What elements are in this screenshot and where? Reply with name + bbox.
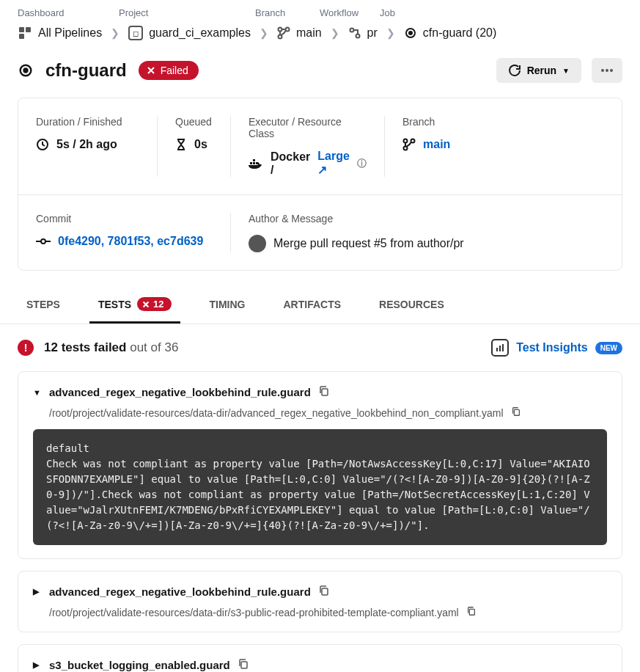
tab-steps[interactable]: STEPS [18, 288, 69, 324]
copy-icon[interactable] [466, 606, 477, 618]
rerun-button[interactable]: Rerun ▼ [496, 58, 581, 83]
commit-link[interactable]: 0fe4290, 7801f53, ec7d639 [58, 235, 203, 248]
branch-link[interactable]: main [423, 138, 450, 151]
tab-timing[interactable]: TIMING [201, 288, 254, 324]
job-icon [18, 62, 34, 78]
docker-icon [249, 158, 263, 169]
svg-point-13 [606, 69, 608, 72]
author-label: Author & Message [249, 213, 604, 224]
more-button[interactable] [592, 58, 622, 83]
svg-point-23 [41, 239, 45, 244]
test-item: ▼ advanced_regex_negative_lookbehind_rul… [18, 371, 622, 559]
info-icon[interactable]: ⓘ [357, 157, 367, 170]
dots-icon [600, 69, 614, 72]
tests-summary: ! 12 tests failed out of 36 Test Insight… [0, 324, 640, 371]
commit-label: Commit [36, 213, 213, 224]
test-item: ▶ advanced_regex_negative_lookbehind_rul… [18, 571, 622, 632]
crumb-dashboard[interactable]: All Pipelines [18, 26, 102, 40]
crumb-project-label: guard_ci_examples [149, 26, 251, 40]
crumb-workflow[interactable]: pr [348, 26, 378, 40]
queued-label: Queued [175, 116, 213, 128]
copy-icon[interactable] [318, 585, 330, 599]
svg-point-9 [409, 32, 412, 34]
svg-point-11 [24, 69, 28, 73]
test-output: default Check was not compliant as prope… [33, 429, 607, 545]
duration-label: Duration / Finished [36, 116, 139, 128]
test-path: /root/project/validate-resources/data-di… [49, 407, 504, 419]
pipelines-icon [18, 26, 32, 40]
test-name: s3_bucket_logging_enabled.guard [49, 659, 230, 671]
svg-rect-29 [322, 588, 328, 595]
refresh-icon [508, 64, 521, 77]
test-name: advanced_regex_negative_lookbehind_rule.… [49, 386, 311, 398]
svg-point-22 [411, 139, 415, 143]
crumb-branch[interactable]: main [277, 26, 322, 40]
svg-point-4 [278, 35, 282, 39]
branch-icon [277, 26, 290, 40]
svg-rect-18 [256, 162, 258, 164]
branch-label: Branch [402, 116, 604, 128]
svg-point-14 [610, 69, 613, 72]
crumb-branch-label: main [296, 26, 322, 40]
crumb-dashboard-label: All Pipelines [38, 26, 102, 40]
svg-rect-28 [514, 409, 519, 415]
svg-rect-0 [19, 27, 24, 32]
duration-value: 5s / 2h ago [36, 138, 139, 151]
test-item: ▶ s3_bucket_logging_enabled.guard /root/… [18, 644, 622, 672]
svg-rect-24 [496, 348, 498, 351]
test-toggle[interactable]: ▼ advanced_regex_negative_lookbehind_rul… [33, 385, 607, 399]
svg-rect-30 [469, 609, 474, 615]
tab-resources[interactable]: RESOURCES [370, 288, 453, 324]
error-icon: ! [18, 340, 34, 356]
job-meta-card: Duration / Finished 5s / 2h ago Queued 0… [18, 98, 622, 271]
svg-point-3 [278, 28, 282, 32]
crumb-job[interactable]: cfn-guard (20) [404, 26, 497, 40]
crumb-project[interactable]: ◻ guard_ci_examples [128, 26, 251, 40]
workflow-icon [348, 26, 361, 40]
caret-right-icon: ▶ [33, 660, 42, 670]
executor-value: Docker / Large ↗ ⓘ [249, 150, 367, 177]
author-value: Merge pull request #5 from author/pr [249, 235, 604, 252]
tabs: STEPS TESTS 12 TIMING ARTIFACTS RESOURCE… [0, 271, 640, 324]
svg-rect-17 [253, 162, 255, 164]
test-path: /root/project/validate-resources/data-di… [49, 607, 459, 618]
svg-rect-2 [19, 34, 24, 39]
chevron-right-icon: ❯ [331, 27, 339, 39]
bc-header-project: Project [119, 7, 249, 18]
status-badge: Failed [139, 61, 199, 80]
bc-header-workflow: Workflow [320, 7, 374, 18]
chart-icon [491, 339, 509, 357]
caret-down-icon: ▼ [33, 388, 42, 397]
svg-rect-26 [502, 344, 504, 351]
svg-point-20 [404, 139, 408, 143]
x-icon [141, 300, 150, 309]
bc-header-dashboard: Dashboard [18, 7, 113, 18]
test-insights-link[interactable]: Test Insights [516, 341, 588, 354]
test-toggle[interactable]: ▶ s3_bucket_logging_enabled.guard [33, 658, 607, 672]
breadcrumb: All Pipelines ❯ ◻ guard_ci_examples ❯ ma… [0, 18, 640, 52]
svg-point-21 [404, 147, 408, 150]
svg-rect-31 [241, 662, 247, 668]
resource-class-link[interactable]: Large ↗ [317, 150, 350, 177]
copy-icon[interactable] [318, 385, 330, 399]
commit-value: 0fe4290, 7801f53, ec7d639 [36, 235, 213, 248]
test-toggle[interactable]: ▶ advanced_regex_negative_lookbehind_rul… [33, 585, 607, 599]
tab-tests[interactable]: TESTS 12 [89, 288, 180, 324]
copy-icon[interactable] [511, 406, 521, 419]
bc-header-job: Job [380, 7, 395, 18]
crumb-job-label: cfn-guard (20) [423, 26, 497, 40]
breadcrumb-headers: Dashboard Project Branch Workflow Job [0, 0, 640, 18]
copy-icon[interactable] [238, 658, 249, 672]
branch-icon [402, 138, 416, 151]
chevron-right-icon: ❯ [260, 27, 268, 39]
test-name: advanced_regex_negative_lookbehind_rule.… [49, 585, 311, 598]
caret-right-icon: ▶ [33, 587, 42, 596]
status-label: Failed [161, 65, 188, 76]
svg-rect-27 [322, 389, 328, 395]
title-row: cfn-guard Failed Rerun ▼ [0, 52, 640, 98]
project-icon: ◻ [128, 26, 143, 40]
tab-artifacts[interactable]: ARTIFACTS [275, 288, 350, 324]
total-count: out of 36 [130, 340, 178, 354]
rerun-label: Rerun [527, 65, 556, 76]
page-title: cfn-guard [45, 60, 127, 81]
